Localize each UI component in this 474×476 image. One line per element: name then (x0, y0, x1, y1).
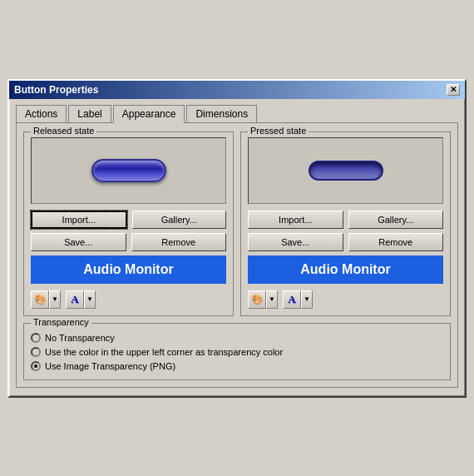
released-bg-icon-group: 🎨 ▼ (31, 290, 61, 309)
pressed-audio-monitor-label: Audio Monitor (300, 262, 390, 277)
radio-no-transparency[interactable] (31, 333, 41, 343)
released-preview-area (31, 137, 226, 204)
released-text-icon-group: A ▼ (66, 290, 96, 309)
pressed-audio-monitor-preview: Audio Monitor (248, 255, 443, 284)
released-text-color-dropdown[interactable]: ▼ (84, 290, 96, 309)
radio-upper-left-color-label: Use the color in the upper left corner a… (45, 347, 283, 357)
released-gallery-button[interactable]: Gallery... (132, 211, 227, 229)
released-state-panel: Released state Import... Gallery... Save… (23, 131, 234, 316)
window-body: Actions Label Appearance Dimensions Rele… (9, 99, 465, 396)
released-audio-monitor-preview: Audio Monitor (31, 255, 226, 284)
released-text-color-icon: A (71, 293, 78, 306)
states-container: Released state Import... Gallery... Save… (23, 131, 451, 316)
released-import-gallery-row: Import... Gallery... (31, 211, 226, 229)
pressed-preview-area (248, 137, 443, 204)
window-title: Button Properties (14, 84, 98, 96)
tab-bar: Actions Label Appearance Dimensions (16, 104, 458, 122)
transparency-option-0: No Transparency (31, 333, 443, 343)
pressed-state-legend: Pressed state (248, 126, 309, 136)
released-text-color-button[interactable]: A (66, 290, 84, 309)
released-bg-color-icon: 🎨 (34, 294, 47, 305)
tab-dimensions[interactable]: Dimensions (186, 105, 257, 123)
transparency-option-1: Use the color in the upper left corner a… (31, 347, 443, 357)
released-state-group: Released state Import... Gallery... Save… (23, 131, 234, 316)
pressed-bg-color-icon: 🎨 (251, 294, 264, 305)
released-icon-toolbar: 🎨 ▼ A ▼ (31, 290, 226, 309)
title-bar: Button Properties ✕ (9, 81, 465, 99)
radio-image-transparency[interactable] (31, 361, 41, 371)
pressed-button-preview (309, 161, 383, 181)
released-bg-color-dropdown[interactable]: ▼ (49, 290, 61, 309)
released-import-button[interactable]: Import... (31, 211, 127, 229)
tab-content: Released state Import... Gallery... Save… (16, 122, 458, 388)
pressed-text-icon-group: A ▼ (283, 290, 313, 309)
pressed-bg-icon-group: 🎨 ▼ (248, 290, 278, 309)
pressed-remove-button[interactable]: Remove (348, 233, 444, 251)
button-properties-window: Button Properties ✕ Actions Label Appear… (7, 79, 467, 398)
tab-appearance[interactable]: Appearance (113, 105, 185, 123)
pressed-text-color-button[interactable]: A (283, 290, 301, 309)
pressed-text-color-icon: A (288, 293, 295, 306)
pressed-save-remove-row: Save... Remove (248, 233, 443, 251)
transparency-option-2: Use Image Transparency (PNG) (31, 361, 443, 371)
pressed-import-button[interactable]: Import... (248, 211, 343, 229)
transparency-section: Transparency No Transparency Use the col… (23, 323, 451, 380)
pressed-bg-color-dropdown[interactable]: ▼ (266, 290, 278, 309)
released-state-legend: Released state (31, 126, 96, 136)
tab-actions[interactable]: Actions (16, 105, 67, 123)
transparency-legend: Transparency (31, 317, 91, 327)
pressed-text-color-dropdown[interactable]: ▼ (301, 290, 313, 309)
pressed-state-panel: Pressed state Import... Gallery... Save.… (240, 131, 451, 316)
radio-upper-left-color[interactable] (31, 347, 41, 357)
pressed-save-button[interactable]: Save... (248, 233, 343, 251)
radio-no-transparency-label: No Transparency (45, 333, 115, 343)
pressed-import-gallery-row: Import... Gallery... (248, 211, 443, 229)
released-remove-button[interactable]: Remove (131, 233, 227, 251)
tab-label[interactable]: Label (68, 105, 111, 123)
released-save-button[interactable]: Save... (31, 233, 126, 251)
pressed-gallery-button[interactable]: Gallery... (348, 211, 444, 229)
released-bg-color-button[interactable]: 🎨 (31, 290, 49, 309)
pressed-icon-toolbar: 🎨 ▼ A ▼ (248, 290, 443, 309)
pressed-bg-color-button[interactable]: 🎨 (248, 290, 266, 309)
close-button[interactable]: ✕ (447, 84, 460, 96)
radio-image-transparency-label: Use Image Transparency (PNG) (45, 361, 175, 371)
released-audio-monitor-label: Audio Monitor (83, 262, 173, 277)
released-button-preview (91, 159, 166, 182)
released-save-remove-row: Save... Remove (31, 233, 226, 251)
pressed-state-group: Pressed state Import... Gallery... Save.… (240, 131, 451, 316)
